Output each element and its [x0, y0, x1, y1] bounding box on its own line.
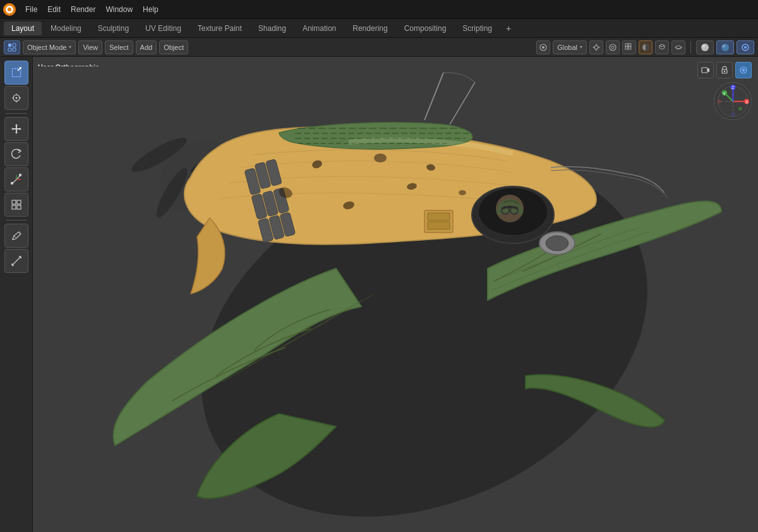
svg-rect-8 — [8, 48, 11, 51]
blender-logo[interactable] — [3, 3, 16, 16]
svg-rect-43 — [19, 174, 21, 176]
airplane-render — [33, 57, 758, 532]
viewport-lock-icon[interactable] — [716, 62, 733, 78]
svg-point-28 — [702, 45, 705, 47]
rotate-tool-button[interactable] — [4, 142, 28, 166]
menu-window[interactable]: Window — [100, 3, 138, 16]
move-tool-button[interactable] — [4, 117, 28, 141]
svg-point-103 — [743, 70, 745, 71]
viewport-shade-solid[interactable] — [696, 40, 714, 54]
menu-file[interactable]: File — [20, 3, 42, 16]
svg-point-85 — [374, 154, 387, 162]
tool-separator-2 — [6, 220, 27, 221]
tab-layout[interactable]: Layout — [4, 21, 42, 35]
orientation-gizmo[interactable]: X Y Z — [714, 82, 752, 120]
view-menu[interactable]: View — [78, 40, 102, 54]
tab-rendering[interactable]: Rendering — [345, 21, 395, 35]
snap-icon[interactable] — [536, 40, 550, 54]
scene-settings-icon[interactable] — [737, 40, 754, 54]
nav-gizmo-area: X Y Z — [697, 62, 752, 120]
svg-rect-96 — [428, 213, 450, 221]
add-menu[interactable]: Add — [136, 40, 157, 54]
object-mode-dropdown[interactable]: Object Mode ▾ — [23, 40, 76, 54]
svg-line-49 — [14, 236, 16, 238]
airplane-viewport-svg — [33, 57, 758, 532]
proportional-edit-icon[interactable] — [606, 40, 620, 54]
workspace-tabs: Layout Modeling Sculpting UV Editing Tex… — [0, 19, 758, 38]
svg-rect-44 — [11, 182, 13, 184]
object-menu[interactable]: Object — [159, 40, 188, 54]
svg-point-116 — [718, 99, 721, 103]
main-area: User Orthographic (262) Scene Collection… — [0, 57, 758, 532]
xray-icon[interactable] — [671, 40, 685, 54]
svg-line-50 — [12, 257, 21, 265]
svg-point-38 — [15, 97, 17, 99]
left-toolbar — [0, 57, 33, 532]
svg-point-32 — [744, 46, 747, 49]
pivot-icon[interactable] — [589, 40, 603, 54]
menu-render[interactable]: Render — [66, 3, 100, 16]
svg-point-27 — [701, 44, 709, 51]
svg-point-117 — [738, 107, 742, 111]
viewport[interactable]: User Orthographic (262) Scene Collection… — [33, 57, 758, 532]
separator — [690, 41, 691, 54]
tab-animation[interactable]: Animation — [295, 21, 344, 35]
scale-tool-button[interactable] — [4, 167, 28, 191]
select-menu[interactable]: Select — [105, 40, 133, 54]
tab-texture-paint[interactable]: Texture Paint — [190, 21, 250, 35]
svg-rect-21 — [629, 44, 631, 46]
svg-point-13 — [594, 45, 598, 49]
viewport-controls-row — [697, 62, 752, 78]
cursor-tool-button[interactable] — [4, 86, 28, 110]
tab-scripting[interactable]: Scripting — [455, 21, 500, 35]
shading-mode-icon[interactable] — [639, 40, 653, 54]
svg-rect-97 — [428, 222, 450, 229]
viewport-shade-rendered[interactable] — [716, 40, 734, 54]
svg-rect-98 — [702, 68, 707, 73]
svg-text:Z: Z — [731, 85, 735, 90]
overlay-icon[interactable] — [655, 40, 669, 54]
svg-rect-46 — [17, 200, 21, 204]
svg-rect-48 — [17, 205, 21, 209]
mode-icon[interactable] — [4, 40, 20, 54]
svg-text:Y: Y — [723, 92, 726, 96]
camera-view-icon[interactable] — [697, 62, 714, 78]
tab-modeling[interactable]: Modeling — [43, 21, 89, 35]
transform-tool-button[interactable] — [4, 193, 28, 217]
svg-rect-22 — [625, 47, 628, 49]
svg-text:X: X — [745, 100, 749, 104]
svg-rect-45 — [12, 200, 16, 204]
svg-point-19 — [611, 46, 614, 49]
global-dropdown-arrow: ▾ — [580, 44, 582, 50]
svg-rect-10 — [13, 48, 16, 51]
render-region-icon[interactable] — [735, 62, 752, 78]
menu-edit[interactable]: Edit — [42, 3, 66, 16]
global-dropdown[interactable]: Global ▾ — [553, 40, 587, 54]
svg-point-100 — [724, 71, 725, 72]
svg-rect-7 — [8, 44, 11, 47]
svg-rect-20 — [625, 44, 628, 46]
tool-separator-1 — [6, 113, 27, 114]
svg-point-12 — [542, 46, 544, 49]
measure-tool-button[interactable] — [4, 249, 28, 273]
svg-point-30 — [723, 45, 725, 47]
add-workspace-button[interactable]: + — [501, 21, 516, 36]
svg-point-18 — [610, 44, 616, 51]
menu-help[interactable]: Help — [138, 3, 164, 16]
tab-compositing[interactable]: Compositing — [397, 21, 454, 35]
subheader-bar: Object Mode ▾ View Select Add Object Glo… — [0, 38, 758, 57]
svg-point-88 — [459, 190, 466, 195]
tab-uv-editing[interactable]: UV Editing — [138, 21, 189, 35]
svg-point-118 — [731, 112, 735, 116]
tab-sculpting[interactable]: Sculpting — [90, 21, 136, 35]
mode-dropdown-arrow: ▾ — [69, 44, 71, 50]
svg-point-29 — [721, 44, 729, 51]
grid-icon[interactable] — [622, 40, 636, 54]
svg-rect-47 — [12, 205, 16, 209]
annotate-tool-button[interactable] — [4, 224, 28, 248]
svg-rect-9 — [13, 44, 16, 47]
tab-shading[interactable]: Shading — [251, 21, 294, 35]
svg-point-94 — [546, 236, 568, 251]
top-menu-bar: File Edit Render Window Help — [0, 0, 758, 19]
select-box-tool-button[interactable] — [4, 61, 28, 85]
